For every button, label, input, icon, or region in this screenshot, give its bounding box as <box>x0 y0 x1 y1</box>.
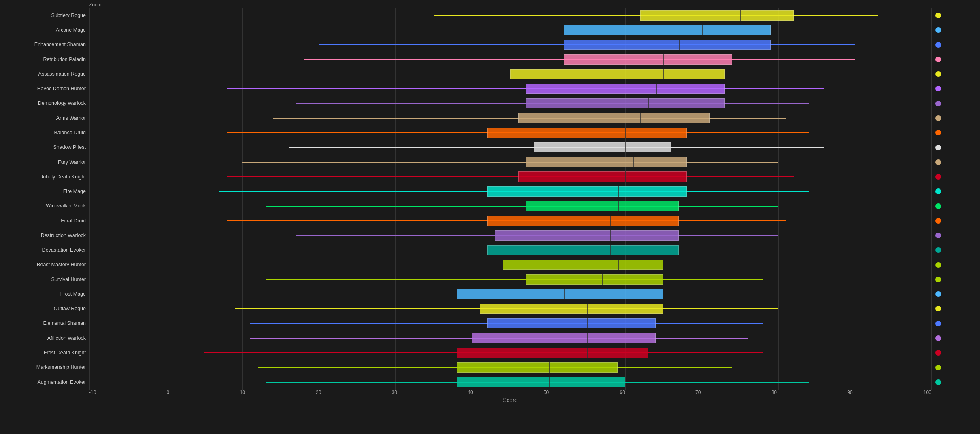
y-label: Devastation Evoker <box>0 248 86 253</box>
y-label: Subtlety Rogue <box>0 13 86 18</box>
x-tick-label: 90 <box>847 390 852 395</box>
median-line <box>587 304 588 314</box>
class-dot <box>935 365 941 370</box>
median-line <box>625 128 626 138</box>
iqr-box <box>640 10 793 20</box>
chart-area: Subtlety RogueArcane MageEnhancement Sha… <box>0 8 980 390</box>
median-line <box>549 377 550 387</box>
dot-row <box>931 203 980 209</box>
dot-row <box>931 101 980 106</box>
box-row <box>89 23 931 37</box>
iqr-box <box>487 245 679 255</box>
y-label: Beast Mastery Hunter <box>0 262 86 267</box>
y-label: Demonology Warlock <box>0 101 86 106</box>
median-line <box>640 113 641 123</box>
x-tick-label: 30 <box>392 390 397 395</box>
iqr-box <box>472 333 656 343</box>
median-line <box>633 157 634 167</box>
chart-container: Zoom Subtlety RogueArcane MageEnhancemen… <box>0 0 980 434</box>
iqr-box <box>564 40 771 50</box>
dot-row <box>931 262 980 268</box>
dot-row <box>931 233 980 238</box>
class-dot <box>935 277 941 282</box>
x-tick-label: -10 <box>89 390 96 395</box>
class-dot <box>935 42 941 48</box>
class-dot <box>935 13 941 18</box>
median-line <box>625 171 626 182</box>
iqr-box <box>510 69 725 79</box>
dot-area <box>931 8 980 390</box>
iqr-box <box>526 98 725 108</box>
dot-row <box>931 365 980 370</box>
y-label: Affliction Warlock <box>0 336 86 341</box>
iqr-box <box>457 377 625 387</box>
median-line <box>663 54 664 64</box>
x-tick-label: 100 <box>923 390 931 395</box>
median-line <box>702 25 703 35</box>
iqr-box <box>526 84 725 94</box>
x-tick-label: 60 <box>619 390 625 395</box>
y-label: Havoc Demon Hunter <box>0 86 86 91</box>
class-dot <box>935 306 941 311</box>
class-dot <box>935 27 941 33</box>
dot-row <box>931 247 980 253</box>
dot-row <box>931 218 980 224</box>
iqr-box <box>487 186 687 197</box>
dot-row <box>931 27 980 33</box>
median-line <box>618 186 619 197</box>
y-label: Frost Mage <box>0 292 86 297</box>
median-line <box>564 289 565 299</box>
class-dot <box>935 101 941 106</box>
x-axis-area: -100102030405060708090100 Score <box>89 390 931 410</box>
iqr-box <box>526 157 687 167</box>
median-line <box>618 201 619 211</box>
x-tick-label: 80 <box>772 390 777 395</box>
whisker-line <box>266 279 763 280</box>
y-label: Shadow Priest <box>0 145 86 150</box>
class-dot <box>935 115 941 121</box>
median-line <box>610 245 611 255</box>
zoom-label: Zoom <box>89 2 102 8</box>
median-line <box>625 142 626 152</box>
iqr-box <box>503 260 663 270</box>
class-dot <box>935 247 941 253</box>
box-row <box>89 316 931 331</box>
dot-row <box>931 188 980 194</box>
dot-row <box>931 335 980 341</box>
median-line <box>648 98 649 108</box>
x-tick-label: 20 <box>316 390 321 395</box>
y-label: Augmentation Evoker <box>0 380 86 385</box>
class-dot <box>935 291 941 297</box>
box-row <box>89 331 931 345</box>
iqr-box <box>495 230 679 240</box>
class-dot <box>935 233 941 238</box>
x-tick-label: 10 <box>240 390 245 395</box>
x-tick-label: 0 <box>167 390 170 395</box>
y-label: Unholy Death Knight <box>0 174 86 180</box>
median-line <box>549 362 550 373</box>
box-row <box>89 111 931 125</box>
y-label: Balance Druid <box>0 130 86 135</box>
y-label: Retribution Paladin <box>0 57 86 62</box>
iqr-box <box>564 25 771 35</box>
class-dot <box>935 188 941 194</box>
box-row <box>89 81 931 96</box>
dot-row <box>931 174 980 180</box>
class-dot <box>935 174 941 180</box>
box-row <box>89 38 931 52</box>
dot-row <box>931 71 980 77</box>
iqr-box <box>518 171 687 182</box>
dot-row <box>931 130 980 135</box>
whisker-line <box>227 176 793 177</box>
y-label: Assassination Rogue <box>0 72 86 77</box>
box-row <box>89 169 931 184</box>
y-label: Arms Warrior <box>0 116 86 121</box>
iqr-box <box>457 348 648 358</box>
class-dot <box>935 350 941 356</box>
box-row <box>89 199 931 213</box>
median-line <box>740 10 741 20</box>
dot-row <box>931 57 980 62</box>
y-label: Elemental Shaman <box>0 321 86 326</box>
box-row <box>89 52 931 67</box>
iqr-box <box>457 362 618 373</box>
